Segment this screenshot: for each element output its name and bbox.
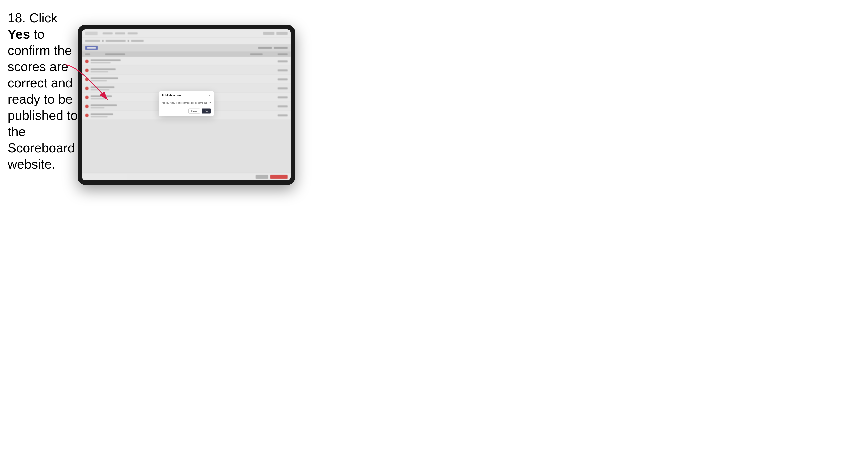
modal-close-button[interactable]: × [208, 94, 211, 97]
modal-body: Are you ready to publish these scores to… [159, 99, 214, 107]
modal-footer: Cancel Yes [159, 107, 214, 116]
modal-header: Publish scores × [159, 92, 214, 99]
publish-scores-modal: Publish scores × Are you ready to publis… [159, 92, 214, 116]
instruction-prefix: Click [29, 11, 58, 25]
step-number: 18. [7, 11, 26, 25]
modal-cancel-button[interactable]: Cancel [188, 109, 200, 114]
tablet-screen: Publish scores × Are you ready to publis… [82, 30, 290, 181]
modal-title: Publish scores [162, 94, 181, 97]
bold-yes: Yes [7, 27, 30, 41]
tablet-device: Publish scores × Are you ready to publis… [78, 25, 295, 185]
instruction-text: 18. Click Yes to confirm the scores are … [7, 10, 80, 173]
instruction-suffix: to confirm the scores are correct and re… [7, 27, 78, 172]
modal-message: Are you ready to publish these scores to… [162, 102, 211, 105]
modal-yes-button[interactable]: Yes [202, 109, 211, 114]
